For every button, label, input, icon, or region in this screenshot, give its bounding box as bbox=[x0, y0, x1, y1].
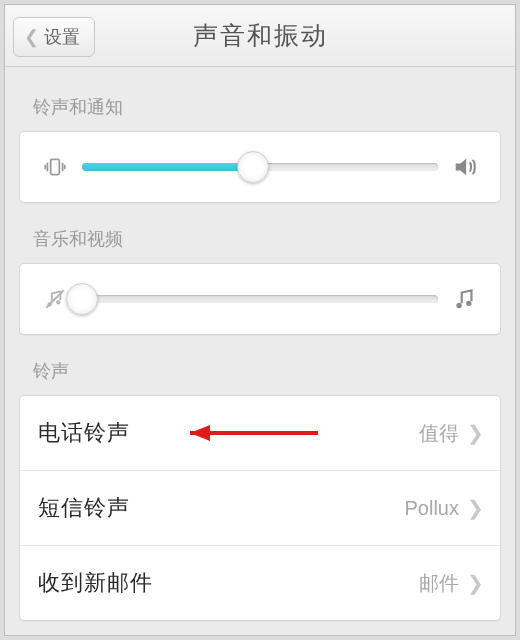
row-phone-ringtone[interactable]: 电话铃声 值得 ❯ bbox=[20, 396, 500, 471]
section-label-ringtones: 铃声 bbox=[5, 349, 515, 395]
ringtone-list: 电话铃声 值得 ❯ 短信铃声 Pollux ❯ 收到新邮件 邮件 ❯ bbox=[19, 395, 501, 621]
row-label: 电话铃声 bbox=[38, 418, 419, 448]
row-value: Pollux bbox=[405, 497, 459, 520]
ringtone-volume-slider[interactable] bbox=[82, 153, 438, 181]
page-title: 声音和振动 bbox=[193, 19, 328, 52]
row-label: 短信铃声 bbox=[38, 493, 405, 523]
chevron-left-icon: ❮ bbox=[24, 26, 39, 48]
section-label-music: 音乐和视频 bbox=[5, 217, 515, 263]
row-mail-ringtone[interactable]: 收到新邮件 邮件 ❯ bbox=[20, 546, 500, 620]
back-label: 设置 bbox=[44, 25, 80, 49]
header: ❮ 设置 声音和振动 bbox=[5, 5, 515, 67]
section-label-ringtone: 铃声和通知 bbox=[5, 85, 515, 131]
music-note-icon bbox=[448, 286, 482, 312]
row-value: 邮件 bbox=[419, 570, 459, 597]
row-value: 值得 bbox=[419, 420, 459, 447]
svg-rect-0 bbox=[51, 159, 60, 174]
music-volume-slider[interactable] bbox=[82, 285, 438, 313]
chevron-right-icon: ❯ bbox=[467, 421, 484, 445]
music-volume-card bbox=[19, 263, 501, 335]
row-label: 收到新邮件 bbox=[38, 568, 419, 598]
back-button[interactable]: ❮ 设置 bbox=[13, 17, 95, 57]
chevron-right-icon: ❯ bbox=[467, 496, 484, 520]
vibrate-icon bbox=[38, 154, 72, 180]
ringtone-volume-card bbox=[19, 131, 501, 203]
speaker-icon bbox=[448, 153, 482, 181]
chevron-right-icon: ❯ bbox=[467, 571, 484, 595]
row-sms-ringtone[interactable]: 短信铃声 Pollux ❯ bbox=[20, 471, 500, 546]
